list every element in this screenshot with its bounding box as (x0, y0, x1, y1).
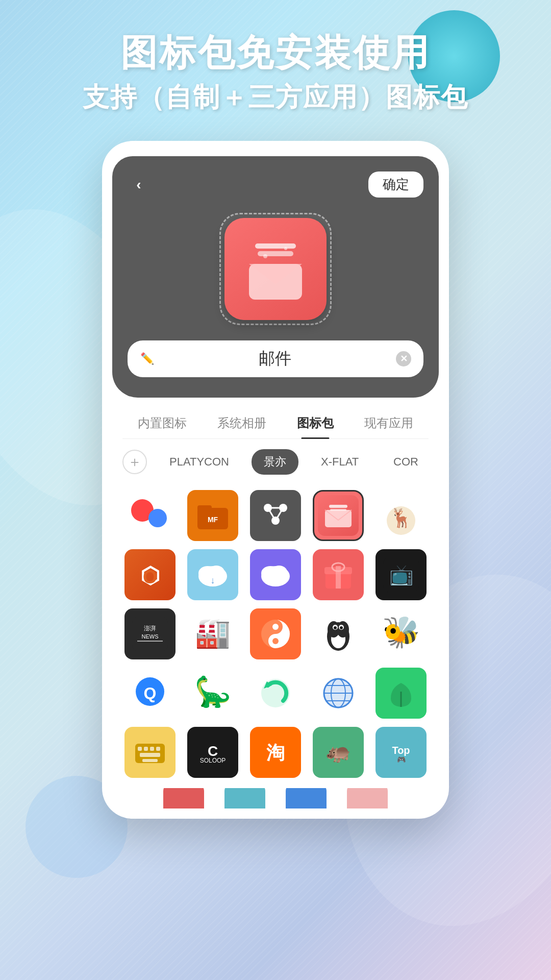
filter-row: ＋ PLATYCON 景亦 X-FLAT COR (112, 439, 439, 485)
svg-line-15 (276, 508, 283, 521)
svg-text:Top: Top (392, 745, 410, 756)
svg-text:Q: Q (143, 684, 156, 702)
svg-rect-40 (137, 641, 163, 642)
svg-point-44 (272, 638, 279, 644)
mail-svg-icon (240, 236, 311, 302)
tabs-section: 内置图标 系统相册 图标包 现有应用 (112, 398, 439, 439)
icon-red-dots[interactable] (124, 490, 176, 541)
bottom-icon-2 (224, 788, 265, 808)
bottom-icon-4 (347, 788, 388, 808)
svg-point-52 (340, 626, 343, 629)
icon-preview-inner (219, 213, 332, 325)
icon-news-dark[interactable]: 澎湃 NEWS (124, 608, 176, 659)
svg-text:🐝: 🐝 (382, 614, 420, 650)
app-name-label: 邮件 (162, 348, 388, 370)
icon-refresh-green[interactable] (250, 668, 301, 719)
title-sub: 支持（自制＋三方应用）图标包 (83, 80, 468, 115)
svg-text:澎湃: 澎湃 (144, 625, 156, 632)
svg-text:NEWS: NEWS (141, 633, 158, 640)
icon-taichi[interactable] (250, 608, 301, 659)
svg-rect-69 (150, 747, 154, 751)
svg-line-14 (268, 508, 276, 521)
icon-gold-bee[interactable]: 🐝 (375, 608, 427, 659)
icon-factory[interactable]: 🏭 (187, 608, 238, 659)
svg-text:🦛: 🦛 (325, 740, 351, 764)
icon-top-game[interactable]: Top 🎮 (375, 727, 427, 778)
svg-point-51 (334, 626, 337, 629)
filter-jingyi[interactable]: 景亦 (252, 449, 298, 475)
svg-rect-68 (144, 747, 148, 751)
svg-point-43 (272, 624, 279, 630)
confirm-button[interactable]: 确定 (368, 172, 423, 198)
svg-text:MF: MF (208, 516, 218, 524)
icon-cloud-blue[interactable]: ↓ (187, 549, 238, 600)
bottom-icon-1 (163, 788, 204, 808)
icon-orange-folder[interactable]: MF (187, 490, 238, 541)
svg-text:淘: 淘 (266, 742, 285, 763)
icon-moose[interactable]: 🦌 (375, 490, 427, 541)
svg-text:↓: ↓ (210, 575, 215, 585)
back-button[interactable]: ‹ (128, 174, 150, 196)
svg-point-30 (271, 566, 287, 579)
icon-earth-globe[interactable] (313, 668, 364, 719)
filter-xflat[interactable]: X-FLAT (309, 450, 371, 474)
mail-icon-content (240, 236, 311, 302)
tab-builtin[interactable]: 内置图标 (133, 408, 192, 438)
icon-office[interactable]: ⬡ O (124, 549, 176, 600)
icon-c-soloop[interactable]: C SOLOOP (187, 727, 238, 778)
icon-red-mail-selected[interactable] (313, 490, 364, 541)
filter-platycon[interactable]: PLATYCON (157, 450, 241, 474)
svg-rect-72 (142, 759, 158, 762)
phone-header: ‹ 确定 (112, 156, 439, 398)
svg-point-3 (263, 254, 267, 258)
nav-row: ‹ 确定 (128, 172, 423, 198)
svg-text:SOLOOP: SOLOOP (199, 757, 226, 764)
svg-rect-8 (197, 505, 212, 511)
svg-text:🦌: 🦌 (390, 507, 413, 529)
edit-icon: ✏️ (140, 352, 154, 366)
filter-add-button[interactable]: ＋ (122, 450, 147, 474)
clear-icon[interactable]: ✕ (396, 351, 411, 366)
svg-rect-33 (336, 566, 341, 589)
icon-keyboard[interactable] (124, 727, 176, 778)
svg-text:📺: 📺 (389, 563, 414, 586)
icons-grid: MF (112, 485, 439, 788)
icon-leaf[interactable] (375, 668, 427, 719)
icon-taobao[interactable]: 淘 (250, 727, 301, 778)
title-main: 图标包免安装使用 (120, 31, 431, 75)
svg-rect-71 (140, 753, 160, 757)
svg-point-6 (148, 509, 167, 527)
tabs-row: 内置图标 系统相册 图标包 现有应用 (122, 408, 429, 439)
svg-text:🎮: 🎮 (397, 755, 406, 764)
svg-text:O: O (143, 567, 157, 587)
icon-dinosaur[interactable]: 🦕 (187, 668, 238, 719)
icon-blue-q[interactable]: Q (124, 668, 176, 719)
tab-iconpack[interactable]: 图标包 (292, 408, 339, 438)
svg-point-4 (284, 247, 287, 250)
svg-rect-67 (138, 747, 142, 751)
svg-rect-1 (258, 251, 293, 256)
filter-cor[interactable]: COR (381, 450, 431, 474)
tab-existing[interactable]: 现有应用 (359, 408, 418, 438)
icon-preview (128, 213, 423, 325)
name-input-row[interactable]: ✏️ 邮件 ✕ (128, 340, 423, 377)
svg-rect-0 (255, 243, 296, 249)
icon-red-gift[interactable] (313, 549, 364, 600)
icon-penguin[interactable] (313, 608, 364, 659)
mail-icon-bg (224, 218, 327, 320)
icon-hippo[interactable]: 🦛 (313, 727, 364, 778)
icon-cloud-purple[interactable] (250, 549, 301, 600)
svg-text:🏭: 🏭 (195, 616, 231, 650)
svg-rect-70 (156, 747, 160, 751)
icon-dark-nodes[interactable] (250, 490, 301, 541)
bottom-icon-3 (286, 788, 327, 808)
svg-rect-17 (329, 505, 347, 508)
svg-rect-18 (330, 509, 346, 511)
phone-mockup: ‹ 确定 (102, 141, 449, 819)
tab-album[interactable]: 系统相册 (212, 408, 271, 438)
bottom-partial-row (112, 788, 439, 808)
icon-app-store-dark[interactable]: 📺 (375, 549, 427, 600)
page-content: 图标包免安装使用 支持（自制＋三方应用）图标包 ‹ 确定 (0, 0, 551, 819)
svg-text:🦕: 🦕 (194, 674, 232, 709)
